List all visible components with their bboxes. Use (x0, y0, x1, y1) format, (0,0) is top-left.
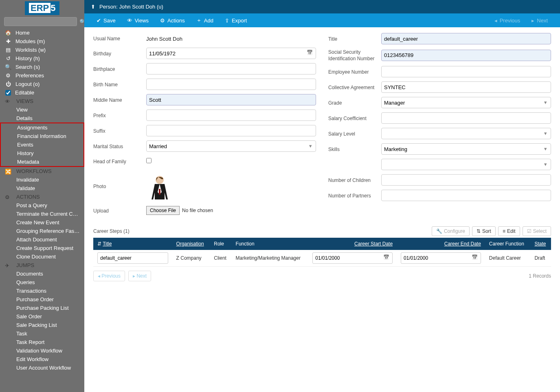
photo-thumbnail[interactable] (146, 171, 173, 201)
add-button[interactable]: ＋Add (191, 13, 219, 27)
row-end-input[interactable] (401, 252, 481, 264)
nav-item[interactable]: ↺History (h) (0, 54, 84, 63)
col-role[interactable]: Role (210, 238, 231, 250)
sidebar-item[interactable]: Validate (0, 184, 84, 193)
nav-item[interactable]: ⚙Preferences (0, 71, 84, 80)
col-organisation[interactable]: Organisation (176, 241, 204, 247)
nav-item[interactable]: ✚Modules (m) (0, 37, 84, 46)
birth-name-input[interactable] (146, 79, 316, 90)
sidebar-item[interactable]: Create New Event (0, 218, 84, 227)
sort-icon: ⇅ (477, 228, 481, 234)
skills-select[interactable]: Marketing (381, 143, 551, 155)
employee-number-input[interactable] (381, 66, 551, 77)
suffix-input[interactable] (146, 125, 316, 136)
col-end[interactable]: Career End Date (444, 241, 481, 247)
sort-indicator-icon[interactable]: ⇵ (97, 241, 101, 247)
sidebar: ERP5 🔍 🏠Home✚Modules (m)▤Worklists (w)↺H… (0, 0, 84, 392)
col-title[interactable]: Title (103, 241, 112, 247)
nav-item[interactable]: ⏻Logout (o) (0, 80, 84, 88)
row-title-input[interactable] (97, 252, 168, 264)
search-input[interactable] (4, 17, 77, 26)
nav-item[interactable]: ▤Worklists (w) (0, 46, 84, 54)
sidebar-item[interactable]: User Account Workflow (0, 364, 84, 372)
nav-item[interactable]: 🏠Home (0, 28, 84, 37)
head-of-family-checkbox[interactable] (146, 158, 152, 163)
sidebar-item[interactable]: Financial Information (1, 132, 83, 140)
save-button[interactable]: ✔Save (91, 13, 121, 27)
nav-editable[interactable]: Editable (0, 88, 84, 97)
svg-rect-3 (159, 189, 160, 195)
nav-label: Clone Document (16, 254, 56, 260)
nav-label: Purchase Order (16, 296, 54, 302)
sidebar-item[interactable]: Post a Query (0, 201, 84, 210)
sidebar-item[interactable]: Attach Document (0, 235, 84, 244)
num-partners-input[interactable] (381, 190, 551, 201)
sidebar-item[interactable]: Purchase Packing List (0, 304, 84, 312)
sidebar-item[interactable]: Documents (0, 269, 84, 278)
sidebar-item[interactable]: Events (1, 140, 83, 149)
salary-coefficient-input[interactable] (381, 112, 551, 124)
breadcrumb-text[interactable]: Person: John Scott Doh (u) (99, 4, 163, 10)
grade-label: Grade (328, 99, 381, 106)
sidebar-item[interactable]: Purchase Order (0, 295, 84, 304)
sort-button[interactable]: ⇅Sort (472, 226, 496, 236)
sidebar-item[interactable]: Terminate the Current Career… (0, 210, 84, 218)
sidebar-item[interactable]: Details (0, 114, 84, 123)
row-start-input[interactable] (312, 252, 393, 264)
choose-file-button[interactable]: Choose File (146, 206, 180, 215)
sidebar-item[interactable]: Grouping Reference Fast Input (0, 227, 84, 235)
table-row[interactable]: Z Company Client Marketing/Marketing Man… (93, 250, 551, 267)
col-function[interactable]: Function (232, 238, 309, 250)
plus-icon: ＋ (196, 17, 202, 24)
grade-select[interactable]: Manager (381, 97, 551, 108)
sidebar-item[interactable]: Create Support Request (0, 244, 84, 252)
logo[interactable]: ERP5 (25, 1, 59, 15)
middle-name-input[interactable] (146, 94, 316, 105)
col-start[interactable]: Career Start Date (354, 241, 393, 247)
sidebar-item[interactable]: Validation Workflow (0, 346, 84, 355)
collective-agreement-input[interactable] (381, 81, 551, 93)
views-button[interactable]: 👁Views (121, 13, 154, 27)
actions-button[interactable]: ⚙Actions (154, 13, 191, 27)
num-children-input[interactable] (381, 174, 551, 186)
salary-level-select[interactable] (381, 128, 551, 139)
skills-select-2[interactable] (381, 159, 551, 170)
sidebar-item[interactable]: Edit Workflow (0, 355, 84, 364)
col-career-function[interactable]: Career Function (485, 238, 531, 250)
sidebar-item[interactable]: View (0, 105, 84, 114)
nav-item[interactable]: 🔍Search (s) (0, 63, 84, 71)
nav-label: Details (16, 115, 33, 121)
edit-button[interactable]: ≡Edit (498, 226, 520, 236)
export-button[interactable]: ⇪Export (219, 13, 253, 27)
up-icon[interactable]: ⬆ (91, 4, 95, 10)
collective-agreement-label: Collective Agreement (328, 84, 381, 90)
toolbar: ✔Save 👁Views ⚙Actions ＋Add ⇪Export ◂Prev… (84, 13, 560, 27)
marital-status-select[interactable]: Married (146, 140, 316, 152)
nav-label: Queries (16, 279, 35, 285)
sidebar-item[interactable]: Metadata (1, 158, 83, 166)
sidebar-item[interactable]: Sale Packing List (0, 321, 84, 329)
sidebar-item[interactable]: Sale Order (0, 312, 84, 321)
col-state[interactable]: State (534, 241, 546, 247)
skills-label: Skills (328, 146, 381, 152)
editable-checkbox[interactable] (5, 90, 11, 96)
photo-label: Photo (93, 183, 146, 189)
num-children-label: Number of Children (328, 177, 381, 183)
title-input[interactable] (381, 33, 551, 44)
editable-label: Editable (15, 90, 34, 96)
sidebar-item[interactable]: Task (0, 329, 84, 338)
head-of-family-label: Head of Family (93, 158, 146, 164)
sidebar-item[interactable]: History (1, 149, 83, 158)
birthday-input[interactable] (146, 48, 316, 59)
sidebar-item[interactable]: Assignments (1, 123, 83, 132)
sidebar-item[interactable]: Transactions (0, 287, 84, 295)
ssn-input[interactable] (381, 50, 551, 61)
prefix-input[interactable] (146, 109, 316, 121)
sidebar-item[interactable]: Invalidate (0, 175, 84, 184)
nav-icon: 🏠 (4, 30, 12, 36)
sidebar-item[interactable]: Clone Document (0, 252, 84, 261)
sidebar-item[interactable]: Task Report (0, 338, 84, 346)
left-column: Usual NameJohn Scott Doh Birthday Birthp… (93, 33, 316, 220)
birthplace-input[interactable] (146, 63, 316, 74)
sidebar-item[interactable]: Queries (0, 278, 84, 287)
